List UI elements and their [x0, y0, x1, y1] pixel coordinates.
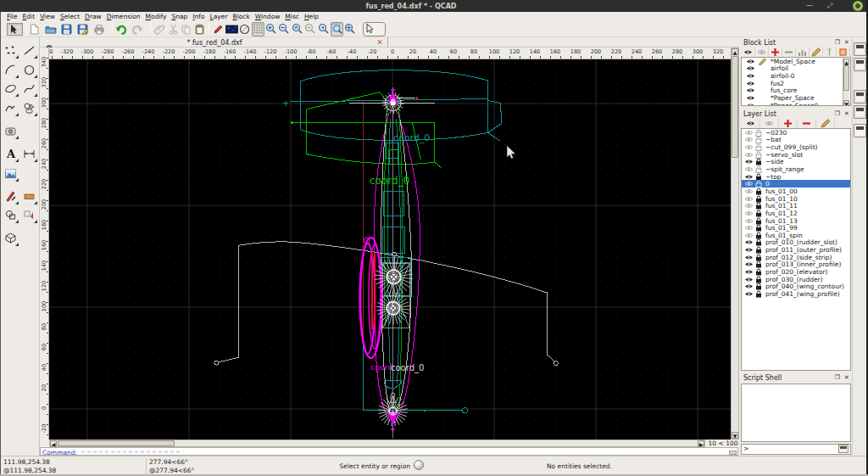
- add-block-icon[interactable]: [769, 47, 782, 57]
- solid-fill-tool-icon[interactable]: [20, 188, 38, 205]
- insert-block-icon[interactable]: [823, 47, 837, 57]
- folder-open-icon[interactable]: [45, 24, 61, 35]
- dimension-tool-icon[interactable]: [20, 145, 38, 163]
- menu-window[interactable]: Window: [253, 13, 283, 20]
- menu-block[interactable]: Block: [230, 13, 252, 20]
- layer-list[interactable]: ~0230~bat~cut_099_(split)~servo_slot~sid…: [741, 128, 851, 371]
- zoom-window-icon[interactable]: [331, 22, 344, 36]
- script-shell-float-icon[interactable]: ❐: [834, 374, 841, 381]
- menu-info[interactable]: Info: [190, 13, 207, 20]
- command-line-grip[interactable]: [729, 451, 737, 455]
- line-tool-icon[interactable]: [20, 42, 38, 59]
- layer-list-float-icon[interactable]: ❐: [834, 110, 841, 117]
- property-editor-dock-icon[interactable]: [854, 42, 866, 56]
- layer-list-item[interactable]: prof_010_(rudder_slot): [742, 239, 850, 247]
- layer-list-item[interactable]: fus_01_00: [742, 188, 850, 195]
- pointer-big-icon[interactable]: [363, 22, 386, 36]
- layer-list-item[interactable]: fus_01_10: [742, 195, 850, 203]
- layer-list-item[interactable]: fus_01_spin: [742, 232, 850, 239]
- close-icon[interactable]: [853, 1, 863, 11]
- text-tool-icon[interactable]: A: [2, 145, 19, 163]
- paste-icon[interactable]: [193, 22, 207, 36]
- layer-list-item[interactable]: prof_013_(inner_profile): [742, 261, 850, 269]
- remove-layer-icon[interactable]: [798, 118, 816, 128]
- purge-block-icon[interactable]: [837, 47, 850, 57]
- minimize-icon[interactable]: —: [804, 3, 815, 10]
- menu-dimension[interactable]: Dimension: [104, 13, 143, 20]
- circle-slash-icon[interactable]: [238, 22, 252, 36]
- layer-list-item[interactable]: fus_01_99: [742, 224, 850, 232]
- hatch-tool-icon[interactable]: [2, 188, 19, 205]
- layer-list-item[interactable]: fus_01_13: [742, 217, 850, 225]
- point-tool-icon[interactable]: [2, 42, 19, 59]
- block-list-item[interactable]: *Paper_Space0: [742, 102, 850, 106]
- script-shell-keyboard-icon[interactable]: [838, 445, 849, 453]
- menu-view[interactable]: View: [37, 13, 58, 20]
- menu-file[interactable]: File: [4, 13, 20, 20]
- zoom-auto-icon[interactable]: [291, 22, 304, 36]
- edit-block-icon[interactable]: [810, 47, 823, 57]
- layer-list-item[interactable]: prof_040_(wing_contour): [742, 283, 850, 290]
- block-list-item[interactable]: *Paper_Space: [742, 94, 850, 102]
- ellipse-tool-icon[interactable]: [2, 80, 19, 98]
- drawing-canvas[interactable]: coord_0 coord_0 coord coord_0: [49, 59, 731, 440]
- scroll-up-icon[interactable]: ▲: [843, 59, 849, 64]
- save-as-icon[interactable]: [77, 24, 93, 35]
- color-swatch-icon[interactable]: [225, 22, 239, 36]
- scroll-left-icon[interactable]: ◀: [50, 440, 57, 446]
- layer-list-close-icon[interactable]: ✕: [843, 110, 850, 117]
- menu-draw[interactable]: Draw: [82, 13, 104, 20]
- layer-list-item[interactable]: ~top: [742, 173, 850, 181]
- layer-list-item[interactable]: prof_011_(outer_profile): [742, 246, 850, 254]
- zoom-out-icon[interactable]: [278, 22, 292, 36]
- block-list-close-icon[interactable]: ✕: [843, 39, 850, 46]
- edit-layer-icon[interactable]: [816, 118, 835, 128]
- horizontal-scrollbar[interactable]: ◀ ▶: [49, 440, 705, 447]
- pen-icon[interactable]: [212, 22, 225, 36]
- menu-snap[interactable]: Snap: [169, 13, 190, 20]
- block-tool-icon[interactable]: [2, 206, 19, 224]
- layer-list-dock-icon[interactable]: [854, 124, 866, 137]
- viewport-tool-icon[interactable]: [2, 122, 19, 140]
- remove-block-icon[interactable]: [782, 47, 796, 57]
- layer-list-item[interactable]: ~spit_range: [742, 165, 850, 173]
- block-list-item[interactable]: fus2: [742, 80, 850, 87]
- layer-list-item[interactable]: prof_020_(elevator): [742, 268, 850, 276]
- block-list-item[interactable]: airfoil-0: [742, 72, 850, 80]
- scroll-down-icon[interactable]: ▼: [732, 432, 738, 439]
- eye-off-icon[interactable]: [755, 47, 769, 57]
- vertical-scrollbar[interactable]: ▲ ▼: [731, 48, 739, 440]
- script-shell-console[interactable]: [741, 384, 851, 442]
- menu-modify[interactable]: Modify: [143, 13, 170, 20]
- layer-list-item[interactable]: ~side: [742, 159, 850, 166]
- layer-list-item[interactable]: ~cut_099_(split): [742, 143, 850, 151]
- shape-tool-icon[interactable]: [20, 99, 38, 117]
- script-shell-close-icon[interactable]: ✕: [843, 374, 850, 381]
- command-line[interactable]: Command:: [40, 447, 738, 456]
- image-tool-icon[interactable]: [2, 165, 19, 182]
- block-list-dock-icon[interactable]: [854, 105, 866, 119]
- cut-icon[interactable]: [167, 22, 181, 36]
- layer-list-item[interactable]: ~0230: [742, 129, 850, 137]
- layer-list-item[interactable]: ~bat: [742, 137, 850, 144]
- layer-list-item[interactable]: ~servo_slot: [742, 151, 850, 159]
- horizontal-scroll-thumb[interactable]: [58, 440, 175, 446]
- solid-3d-tool-icon[interactable]: [2, 229, 19, 247]
- circle-tool-icon[interactable]: [20, 61, 38, 79]
- spline-tool-icon[interactable]: [20, 80, 38, 98]
- pointer-icon[interactable]: [7, 23, 23, 36]
- add-layer-icon[interactable]: [779, 118, 798, 128]
- scroll-up-icon[interactable]: ▲: [732, 48, 738, 55]
- menu-help[interactable]: Help: [302, 13, 321, 20]
- block-edit-tool-icon[interactable]: [20, 206, 38, 224]
- polyline-tool-icon[interactable]: [2, 99, 19, 117]
- vertical-scroll-thumb[interactable]: [732, 56, 738, 158]
- zoom-redo-icon[interactable]: [317, 22, 331, 36]
- zoom-in-icon[interactable]: [264, 22, 278, 36]
- file-new-icon[interactable]: [29, 24, 45, 35]
- zoom-pan-icon[interactable]: [343, 22, 357, 36]
- copy-icon[interactable]: [180, 22, 193, 36]
- maximize-icon[interactable]: ⤢: [824, 3, 836, 10]
- tab-close-icon[interactable]: ✕: [376, 38, 384, 47]
- grid-icon[interactable]: [252, 22, 265, 36]
